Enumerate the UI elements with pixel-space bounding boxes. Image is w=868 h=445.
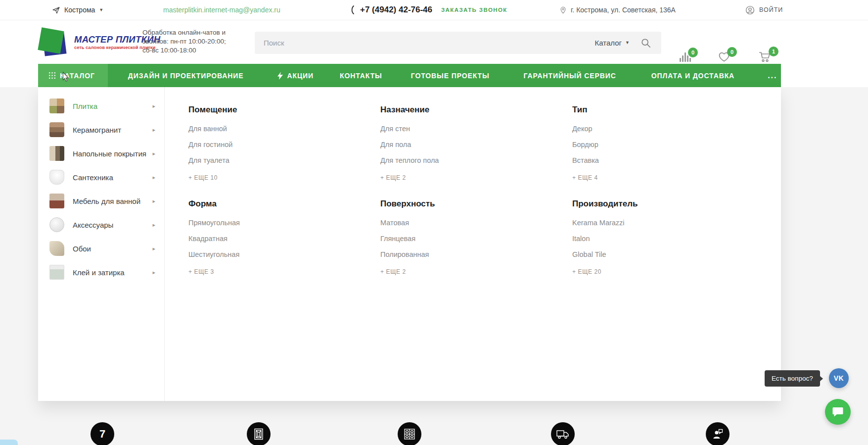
- city-selector[interactable]: Кострома ▼: [52, 0, 103, 20]
- category-label: Клей и затирка: [73, 268, 152, 277]
- consultant-icon: [706, 422, 730, 445]
- category-item-wallpaper[interactable]: Обои ▸: [38, 237, 164, 260]
- category-sidebar: Плитка ▸ Керамогранит ▸ Напольные покрыт…: [38, 87, 165, 401]
- logo[interactable]: МАСТЕР ПЛИТКИН сеть салонов керамической…: [40, 27, 138, 58]
- chevron-right-icon: ▸: [152, 269, 155, 276]
- phone-number[interactable]: +7 (4942) 42-76-46: [349, 0, 432, 20]
- filter-item[interactable]: Kerama Marazzi: [572, 215, 735, 231]
- filter-item[interactable]: Глянцевая: [380, 231, 544, 247]
- search-button[interactable]: [640, 38, 661, 49]
- category-thumbnail: [49, 265, 64, 280]
- chevron-right-icon: ▸: [152, 246, 155, 252]
- filter-more-link[interactable]: + ЕЩЕ 20: [572, 268, 601, 275]
- compare-button[interactable]: 0: [680, 52, 691, 62]
- category-item-glue-grout[interactable]: Клей и затирка ▸: [38, 260, 164, 284]
- filter-group-title: Поверхность: [380, 199, 544, 209]
- category-item-accessories[interactable]: Аксессуары ▸: [38, 213, 164, 237]
- category-thumbnail: [49, 194, 64, 208]
- nav-item-design[interactable]: ДИЗАЙН И ПРОЕКТИРОВАНИЕ: [128, 64, 244, 87]
- nav-label: ОПЛАТА И ДОСТАВКА: [651, 72, 734, 80]
- filter-group-type: Тип Декор Бордюр Вставка + ЕЩЕ 4: [572, 105, 735, 182]
- page: Кострома ▼ masterplitkin.internet-mag@ya…: [0, 0, 868, 445]
- filter-item[interactable]: Для пола: [380, 137, 544, 152]
- filter-group-shape: Форма Прямоугольная Квадратная Шестиугол…: [188, 199, 352, 276]
- store-address: г. Кострома, ул. Советская, 136А: [559, 0, 676, 20]
- filter-more-link[interactable]: + ЕЩЕ 2: [380, 268, 406, 275]
- nav-label: КОНТАКТЫ: [340, 72, 382, 80]
- filter-group-title: Помещение: [188, 105, 352, 115]
- category-thumbnail: [49, 146, 64, 161]
- nav-item-catalog[interactable]: КАТАЛОГ: [38, 64, 108, 87]
- filter-more-link[interactable]: + ЕЩЕ 3: [188, 268, 214, 275]
- filter-item[interactable]: Вставка: [572, 152, 735, 168]
- login-button[interactable]: ВОЙТИ: [745, 0, 783, 20]
- nav-item-ready-projects[interactable]: ГОТОВЫЕ ПРОЕКТЫ: [411, 64, 490, 87]
- send-location-icon: [52, 6, 60, 14]
- cart-count-badge: 1: [769, 47, 778, 56]
- caret-down-icon: ▼: [625, 41, 630, 45]
- callback-link[interactable]: ЗАКАЗАТЬ ЗВОНОК: [441, 0, 507, 20]
- filter-item[interactable]: Для теплого пола: [380, 152, 544, 168]
- category-item-flooring[interactable]: Напольные покрытия ▸: [38, 142, 164, 165]
- filter-group-surface: Поверхность Матовая Глянцевая Полированн…: [380, 199, 544, 276]
- filter-item[interactable]: Матовая: [380, 215, 544, 231]
- search-input[interactable]: [255, 39, 595, 47]
- chevron-right-icon: ▸: [152, 174, 155, 181]
- filter-item[interactable]: Global Tile: [572, 247, 735, 262]
- lightning-bolt-icon: [277, 72, 283, 80]
- filter-item[interactable]: Italon: [572, 231, 735, 247]
- filter-more-link[interactable]: + ЕЩЕ 4: [572, 174, 598, 181]
- filter-more-link[interactable]: + ЕЩЕ 10: [188, 174, 218, 181]
- search-category-select[interactable]: Каталог ▼: [595, 39, 640, 47]
- filter-item[interactable]: Полированная: [380, 247, 544, 262]
- category-thumbnail: [49, 241, 64, 256]
- category-item-tile[interactable]: Плитка ▸: [38, 94, 164, 118]
- filter-item[interactable]: Для туалета: [188, 152, 352, 168]
- filter-more-link[interactable]: + ЕЩЕ 2: [380, 174, 406, 181]
- nav-item-promotions[interactable]: АКЦИИ: [277, 64, 314, 87]
- topbar: Кострома ▼ masterplitkin.internet-mag@ya…: [0, 0, 868, 20]
- category-item-bathroom-furniture[interactable]: Мебель для ванной ▸: [38, 189, 164, 213]
- search-icon: [640, 38, 651, 49]
- filter-item[interactable]: Декор: [572, 121, 735, 137]
- category-label: Аксессуары: [73, 221, 152, 229]
- filter-item[interactable]: Бордюр: [572, 137, 735, 152]
- catalog-mega-menu: Плитка ▸ Керамогранит ▸ Напольные покрыт…: [38, 87, 781, 401]
- phone-label: +7 (4942) 42-76-46: [360, 5, 432, 15]
- email-link[interactable]: masterplitkin.internet-mag@yandex.ru: [163, 0, 280, 20]
- category-label: Мебель для ванной: [73, 197, 152, 205]
- vk-button[interactable]: VK: [829, 368, 849, 388]
- corner-widget-fragment: [0, 440, 18, 445]
- favorites-button[interactable]: 0: [718, 51, 730, 64]
- user-icon: [745, 5, 755, 15]
- cart-button[interactable]: 1: [759, 51, 772, 65]
- filter-group-title: Производитель: [572, 199, 735, 209]
- chat-widget-button[interactable]: [825, 399, 851, 425]
- question-tooltip: Есть вопрос?: [765, 370, 820, 387]
- filter-item[interactable]: Для стен: [380, 121, 544, 137]
- filter-group-title: Назначение: [380, 105, 544, 115]
- nav-item-warranty-service[interactable]: ГАРАНТИЙНЫЙ СЕРВИС: [524, 64, 616, 87]
- category-item-porcelain[interactable]: Керамогранит ▸: [38, 118, 164, 142]
- filter-group-purpose: Назначение Для стен Для пола Для теплого…: [380, 105, 544, 182]
- chevron-right-icon: ▸: [152, 198, 155, 204]
- filter-item[interactable]: Шестиугольная: [188, 247, 352, 262]
- filter-item[interactable]: Прямоугольная: [188, 215, 352, 231]
- nav-label: АКЦИИ: [287, 72, 314, 80]
- nav-item-contacts[interactable]: КОНТАКТЫ: [340, 64, 382, 87]
- filter-item[interactable]: Для гостиной: [188, 137, 352, 152]
- category-label: Напольные покрытия: [73, 149, 152, 158]
- chat-bubble-icon: [832, 406, 844, 417]
- nav-item-payment-delivery[interactable]: ОПЛАТА И ДОСТАВКА: [651, 64, 734, 87]
- favorites-count-badge: 0: [727, 47, 737, 57]
- category-item-plumbing[interactable]: Сантехника ▸: [38, 165, 164, 189]
- chevron-right-icon: ▸: [152, 103, 155, 109]
- nav-label: КАТАЛОГ: [60, 72, 95, 80]
- chevron-right-icon: ▸: [152, 150, 155, 157]
- category-thumbnail: [49, 122, 64, 137]
- filter-item[interactable]: Квадратная: [188, 231, 352, 247]
- category-label: Плитка: [73, 102, 152, 110]
- nav-item-more[interactable]: ...: [768, 64, 777, 87]
- filter-item[interactable]: Для ванной: [188, 121, 352, 137]
- chevron-right-icon: ▸: [152, 127, 155, 133]
